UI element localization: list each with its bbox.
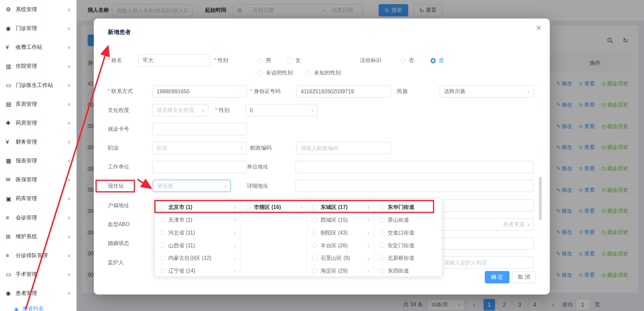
sidebar-item-patient-list[interactable]: ◉ 患者列表 (0, 303, 77, 311)
sidebar-item[interactable]: ⚙ 系统管理 ∨ (0, 0, 77, 19)
cascader-province-column: 北京市 (1) › 天津市 (1) › 河北省 (11) › 山西省 (11) … (155, 199, 240, 276)
visit-card-input[interactable] (152, 123, 247, 135)
sidebar-item-icon: ▥ (6, 63, 16, 70)
sidebar-item[interactable]: ▭ 手术管理 ∨ (0, 265, 77, 284)
education-select[interactable]: 请选择文化程度∨ (152, 104, 208, 117)
close-icon[interactable]: ✕ (536, 24, 541, 33)
sidebar-item-label: 会诊管理 (16, 214, 67, 221)
sidebar-item-label: 分诊排队管理 (16, 252, 67, 259)
sidebar-item[interactable]: ▤ 库房管理 ∨ (0, 95, 77, 114)
sidebar-item[interactable]: ◉ 门诊管理 ∨ (0, 19, 77, 38)
radio-active-no[interactable]: 否 (401, 54, 414, 67)
occupation-label: 职业 (108, 142, 119, 154)
detail-address-input[interactable] (295, 180, 534, 192)
radio-gender-unspecified[interactable]: 未说明性别 (258, 67, 293, 79)
gender2-select[interactable]: 0∨ (245, 104, 318, 117)
id-number-label: 身份证号码 (250, 85, 281, 98)
sidebar-item[interactable]: ✉ 医保管理 ∨ (0, 170, 77, 189)
cascader-street-option[interactable]: 北新桥街道 (374, 252, 442, 265)
name-input[interactable] (138, 54, 210, 67)
chevron-icon: ∨ (67, 101, 71, 107)
cancel-button[interactable]: 取 消 (512, 271, 536, 283)
unit-address-input[interactable] (295, 161, 534, 173)
radio-active-yes[interactable]: 是 (431, 54, 444, 67)
patient-source-select[interactable]: 患者来源∨ (439, 218, 533, 231)
cascader-street-option[interactable]: 交道口街道 (374, 226, 442, 239)
cascader-province-option[interactable]: 山西省 (11) › (155, 239, 240, 252)
marital-right-input[interactable] (439, 237, 533, 250)
active-flag-label: 活动标识 (360, 54, 381, 67)
sidebar-item-icon: ▭ (6, 82, 16, 89)
unit-address-label: 单位地址 (247, 161, 268, 173)
sidebar-item[interactable]: ¥ 财务管理 ∨ (0, 132, 77, 151)
radio-icon (379, 230, 384, 235)
sidebar-item[interactable]: ¥ 收费工作站 ∨ (0, 38, 77, 57)
sidebar-item[interactable]: ▦ 报表管理 ∨ (0, 151, 77, 170)
cascader-street-option[interactable]: 东华门街道 (374, 201, 442, 214)
current-address-cascader[interactable]: 请选择∧ (153, 180, 231, 192)
work-unit-input[interactable] (152, 161, 247, 173)
arrow-right-icon: › (234, 229, 236, 236)
sidebar-item[interactable]: ◉ 患者管理 ∧ (0, 284, 77, 303)
id-number-input[interactable] (296, 85, 391, 98)
radio-male[interactable]: 男 (258, 54, 271, 67)
cascader-district-option[interactable]: 朝阳区 (43) › (307, 226, 374, 239)
radio-icon (245, 205, 251, 210)
guardian-phone-input[interactable] (439, 256, 533, 269)
cascader-district-option[interactable]: 西城区 (15) › (307, 213, 374, 226)
sidebar-item[interactable]: ⊞ 维护系统 ∨ (0, 227, 77, 246)
cascader-province-option[interactable]: 河北省 (11) › (155, 226, 240, 239)
cascader-province-option[interactable]: 内蒙古自治区 (12) › (155, 252, 240, 265)
cascader-province-option[interactable]: 北京市 (1) › (155, 201, 240, 214)
cascader-city-option[interactable]: 市辖区 (16) › (240, 201, 307, 214)
guardian-label: 监护人 (108, 256, 124, 269)
radio-gender-unknown[interactable]: 未知的性别 (306, 67, 341, 79)
sidebar-item[interactable]: ▣ 药库管理 ∨ (0, 189, 77, 208)
sidebar-item[interactable]: ▥ 住院管理 ∨ (0, 57, 77, 75)
postcode-input[interactable] (296, 142, 391, 154)
cascader-district-option[interactable]: 东城区 (17) › (307, 201, 374, 214)
chevron-icon: ∨ (67, 44, 71, 50)
modal-scrollbar-thumb[interactable] (539, 177, 541, 220)
sidebar-item-label: 库房管理 (16, 100, 67, 108)
sidebar-item-icon: ≡ (6, 214, 16, 221)
sidebar-item-icon: ◉ (6, 25, 16, 32)
sidebar-item-icon: ✉ (6, 177, 16, 183)
chevron-icon: ∨ (67, 64, 71, 69)
chevron-icon: ∨ (67, 158, 71, 163)
sidebar-item-icon: ¥ (6, 138, 16, 145)
cascader-street-option[interactable]: 东四街道 (374, 265, 442, 276)
ethnicity-select[interactable]: 达斡尔族∨ (439, 85, 533, 98)
cascader-street-option[interactable]: 安定门街道 (374, 239, 442, 252)
sidebar-item[interactable]: ✚ 药房管理 ∨ (0, 114, 77, 132)
sidebar-item-label: 系统管理 (16, 6, 67, 13)
radio-icon (306, 70, 311, 75)
sidebar-item-icon: ◉ (6, 290, 16, 297)
arrow-right-icon: › (368, 242, 370, 249)
arrow-right-icon: › (368, 255, 370, 261)
sidebar-item[interactable]: ≡ 会诊管理 ∨ (0, 208, 77, 227)
chevron-icon: ∨ (67, 234, 71, 239)
radio-female[interactable]: 女 (287, 54, 301, 67)
cascader-province-option[interactable]: 辽宁省 (14) › (155, 265, 240, 276)
cascader-province-option[interactable]: 天津市 (1) › (155, 213, 240, 226)
sidebar-item-label: 手术管理 (16, 271, 67, 278)
sidebar-item[interactable]: ≡ 分诊排队管理 ∨ (0, 246, 77, 265)
registered-address-label: 户籍地址 (108, 199, 129, 212)
cascader-street-option[interactable]: 景山街道 (374, 213, 442, 226)
chevron-icon: ∨ (67, 215, 71, 220)
contact-input[interactable] (152, 85, 247, 98)
arrow-right-icon: › (300, 204, 302, 211)
cascader-district-option[interactable]: 石景山区 (9) › (307, 252, 374, 265)
sidebar-item[interactable]: ▭ 门诊医生工作站 ∨ (0, 76, 77, 95)
sidebar-item-label: 药库管理 (16, 195, 67, 203)
cascader-district-option[interactable]: 丰台区 (26) › (307, 239, 374, 252)
confirm-button[interactable]: 确 定 (485, 271, 509, 283)
cascader-city-column: 市辖区 (16) › (240, 199, 307, 276)
chevron-down-icon: ∨ (527, 89, 530, 93)
registered-detail-address-input[interactable] (439, 199, 533, 212)
radio-icon (160, 243, 165, 248)
cascader-district-option[interactable]: 海淀区 (29) › (307, 265, 374, 276)
sidebar-item-icon: ▣ (6, 195, 16, 202)
occupation-select[interactable]: 职业∨ (152, 142, 247, 154)
